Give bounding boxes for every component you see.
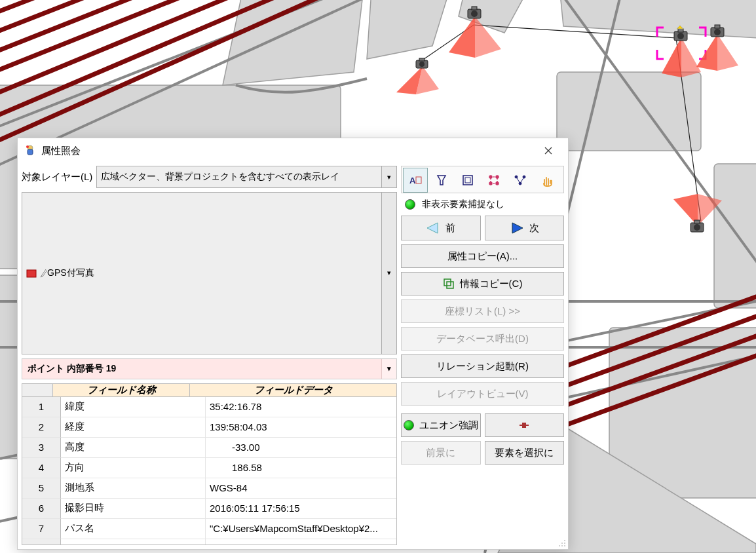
field-name-cell[interactable]: 方向 [61, 458, 206, 478]
chevron-down-icon: ▾ [381, 166, 396, 187]
tool-layer-icon[interactable] [455, 168, 480, 193]
element-combo[interactable]: ポイント 内部番号 19 ▾ [22, 358, 397, 379]
union-highlight-button[interactable]: ユニオン強調 [401, 413, 481, 437]
status-led-icon [404, 420, 414, 430]
svg-marker-62 [427, 223, 438, 233]
to-foreground-button[interactable]: 前景に [401, 441, 481, 465]
tool-filter-icon[interactable] [429, 168, 454, 193]
table-row[interactable]: 6撮影日時2016:05:11 17:56:15 [22, 499, 396, 519]
table-row[interactable]: 4方向186.58 [22, 458, 396, 478]
field-data-cell[interactable]: 2016:05:11 17:56:15 [206, 499, 396, 519]
sublayer-dropdown[interactable]: GPS付写真 ▾ [22, 192, 397, 354]
field-data-cell[interactable]: WGS-84 [206, 478, 396, 499]
svg-point-73 [564, 545, 565, 546]
field-name-cell[interactable]: パス名 [61, 519, 206, 539]
tool-hand-icon[interactable] [534, 168, 559, 193]
svg-point-24 [419, 62, 425, 67]
target-layer-value: 広域ベクター、背景プロジェクトを含むすべての表示レイ [101, 171, 392, 183]
svg-point-72 [561, 545, 563, 546]
resize-grip-icon[interactable] [558, 539, 567, 548]
svg-rect-30 [472, 7, 477, 10]
field-name-cell[interactable]: No [61, 539, 206, 546]
copy-icon [443, 278, 455, 290]
svg-rect-65 [447, 282, 453, 288]
svg-point-71 [559, 545, 560, 546]
nav-prev-button[interactable]: 前 [401, 216, 481, 240]
pen-icon [39, 268, 47, 278]
row-number[interactable]: 1 [22, 397, 61, 417]
field-data-cell[interactable]: 186.58 [206, 458, 396, 478]
row-number[interactable]: 7 [22, 519, 61, 539]
row-number[interactable]: 2 [22, 417, 61, 438]
svg-marker-5 [223, 0, 367, 85]
nav-next-button[interactable]: 次 [485, 216, 565, 240]
status-led-icon [405, 199, 415, 210]
target-pin-icon [518, 419, 530, 431]
union-target-button[interactable] [485, 413, 565, 437]
field-data-cell[interactable]: 139:58:04.03 [206, 417, 396, 438]
triangle-right-icon [510, 222, 524, 234]
sublayer-value: GPS付写真 [47, 267, 392, 279]
svg-rect-48 [28, 149, 33, 155]
svg-point-68 [564, 540, 565, 541]
table-row[interactable]: 7パス名"C:¥Users¥MapcomStaff¥Desktop¥2... [22, 519, 396, 539]
svg-rect-41 [715, 25, 720, 28]
table-row[interactable]: 1緯度35:42:16.78 [22, 397, 396, 417]
info-copy-button[interactable]: 情報コピー(C) [401, 272, 564, 296]
svg-rect-46 [694, 220, 700, 223]
field-name-cell[interactable]: 高度 [61, 438, 206, 458]
app-icon [24, 144, 36, 158]
field-name-cell[interactable]: 撮影日時 [61, 499, 206, 519]
select-element-button[interactable]: 要素を選択に [485, 441, 565, 465]
close-button[interactable] [535, 141, 561, 161]
row-number[interactable]: 5 [22, 478, 61, 499]
field-data-cell[interactable]: -33.00 [206, 438, 396, 458]
svg-marker-26 [449, 16, 475, 58]
row-number[interactable]: 3 [22, 438, 61, 458]
row-number[interactable]: 4 [22, 458, 61, 478]
svg-rect-50 [27, 270, 36, 277]
table-row[interactable]: 5測地系WGS-84 [22, 478, 396, 499]
svg-point-45 [694, 224, 700, 231]
svg-marker-42 [673, 194, 698, 226]
db-call-button[interactable]: データベース呼出(D) [401, 327, 564, 351]
table-row[interactable]: 3高度-33.00 [22, 438, 396, 458]
layout-view-button[interactable]: レイアウトビュー(V) [401, 382, 564, 406]
svg-marker-37 [696, 34, 717, 71]
field-name-cell[interactable]: 緯度 [61, 397, 206, 417]
table-row[interactable]: 2経度139:58:04.03 [22, 417, 396, 438]
tool-nodes-icon[interactable] [482, 168, 506, 193]
grid-corner[interactable] [22, 384, 53, 397]
svg-point-49 [26, 145, 29, 148]
table-row[interactable]: 8No20 [22, 539, 396, 546]
triangle-left-icon [426, 222, 440, 234]
coord-list-button[interactable]: 座標リスト(L) >> [401, 299, 564, 323]
close-icon [544, 147, 552, 155]
grid-header-field-name[interactable]: フィールド名称 [53, 384, 190, 397]
svg-rect-2 [557, 72, 701, 151]
field-data-cell[interactable]: "C:¥Users¥MapcomStaff¥Desktop¥2... [206, 519, 396, 539]
row-number[interactable]: 6 [22, 499, 61, 519]
grid-header-field-data[interactable]: フィールドデータ [190, 384, 396, 397]
tool-graph-icon[interactable] [508, 168, 533, 193]
svg-rect-35 [678, 29, 683, 32]
svg-rect-67 [522, 423, 526, 428]
tool-attr-icon[interactable]: A [403, 168, 428, 193]
svg-point-34 [677, 33, 684, 39]
element-combo-value: ポイント 内部番号 19 [28, 363, 116, 375]
field-data-cell[interactable]: 35:42:16.78 [206, 397, 396, 417]
field-data-cell[interactable]: 20 [206, 539, 396, 546]
svg-marker-63 [512, 223, 523, 233]
target-layer-dropdown[interactable]: 広域ベクター、背景プロジェクトを含むすべての表示レイ ▾ [96, 166, 397, 188]
field-name-cell[interactable]: 経度 [61, 417, 206, 438]
svg-text:A: A [409, 176, 416, 185]
field-name-cell[interactable]: 測地系 [61, 478, 206, 499]
relation-button[interactable]: リレーション起動(R) [401, 354, 564, 378]
svg-marker-31 [662, 37, 681, 77]
svg-rect-25 [419, 58, 425, 61]
capture-status-row: 非表示要素捕捉なし [401, 197, 564, 212]
dialog-titlebar[interactable]: 属性照会 [18, 138, 568, 163]
attribute-grid[interactable]: フィールド名称 フィールドデータ 1緯度35:42:16.782経度139:58… [22, 383, 397, 546]
attr-copy-button[interactable]: 属性コピー(A)... [401, 244, 564, 268]
row-number[interactable]: 8 [22, 539, 61, 546]
